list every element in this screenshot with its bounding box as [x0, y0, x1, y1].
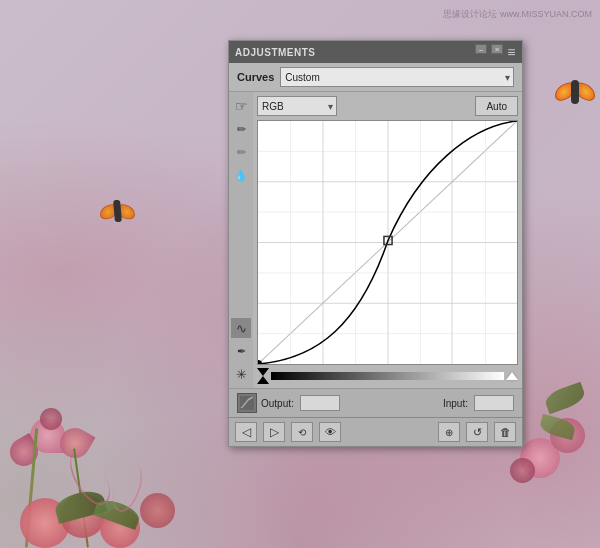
graph-icon — [237, 393, 257, 413]
preset-select-wrapper: Custom — [280, 67, 514, 87]
channel-select[interactable]: RGB — [257, 96, 337, 116]
minimize-button[interactable]: – — [475, 44, 487, 54]
curve-area: RGB Auto — [253, 92, 522, 388]
pencil-tool-2[interactable]: ✏ — [231, 142, 251, 162]
curve-tool[interactable]: ∿ — [231, 318, 251, 338]
curves-svg — [258, 121, 517, 364]
adjustments-panel: ADJUSTMENTS – × ≡ Curves Custom ☞ ✏ ✏ 💧 … — [228, 40, 523, 447]
close-button[interactable]: × — [491, 44, 503, 54]
channel-select-wrapper: RGB — [257, 96, 337, 116]
channel-row: RGB Auto — [257, 96, 518, 116]
pencil-tool-1[interactable]: ✏ — [231, 119, 251, 139]
panel-menu-icon[interactable]: ≡ — [507, 44, 516, 60]
watermark: 思缘设计论坛 www.MISSYUAN.COM — [443, 8, 592, 21]
panel-header-controls: – × ≡ — [475, 44, 516, 60]
output-label: Output: — [261, 398, 294, 409]
gradient-slider-row — [257, 368, 518, 384]
panel-header: ADJUSTMENTS – × ≡ — [229, 41, 522, 63]
white-point-slider[interactable] — [506, 372, 518, 380]
curves-graph[interactable] — [257, 120, 518, 365]
panel-body: ☞ ✏ ✏ 💧 ∿ ✒ ✳ RGB Auto — [229, 92, 522, 388]
pencil-draw-tool[interactable]: ✒ — [231, 341, 251, 361]
next-button[interactable]: ▷ — [263, 422, 285, 442]
black-point-slider[interactable] — [257, 368, 269, 384]
curves-label: Curves — [237, 71, 274, 83]
reset-button[interactable]: ⟲ — [291, 422, 313, 442]
input-input[interactable] — [474, 395, 514, 411]
refresh-button[interactable]: ↺ — [466, 422, 488, 442]
tools-sidebar: ☞ ✏ ✏ 💧 ∿ ✒ ✳ — [229, 92, 253, 388]
output-input[interactable] — [300, 395, 340, 411]
auto-button[interactable]: Auto — [475, 96, 518, 116]
input-label: Input: — [443, 398, 468, 409]
hand-tool[interactable]: ☞ — [231, 96, 251, 116]
asterisk-tool[interactable]: ✳ — [231, 364, 251, 384]
panel-title: ADJUSTMENTS — [235, 47, 316, 58]
io-row: Output: Input: — [229, 388, 522, 417]
curves-preset-row: Curves Custom — [229, 63, 522, 92]
gradient-bar — [271, 372, 504, 380]
visibility-button[interactable]: 👁 — [319, 422, 341, 442]
graph-icon-svg — [240, 396, 254, 410]
bottom-toolbar: ◁ ▷ ⟲ 👁 ⊕ ↺ 🗑 — [229, 417, 522, 446]
eyedropper-tool[interactable]: 💧 — [231, 165, 251, 185]
preset-select[interactable]: Custom — [280, 67, 514, 87]
delete-button[interactable]: 🗑 — [494, 422, 516, 442]
prev-button[interactable]: ◁ — [235, 422, 257, 442]
clip-button[interactable]: ⊕ — [438, 422, 460, 442]
